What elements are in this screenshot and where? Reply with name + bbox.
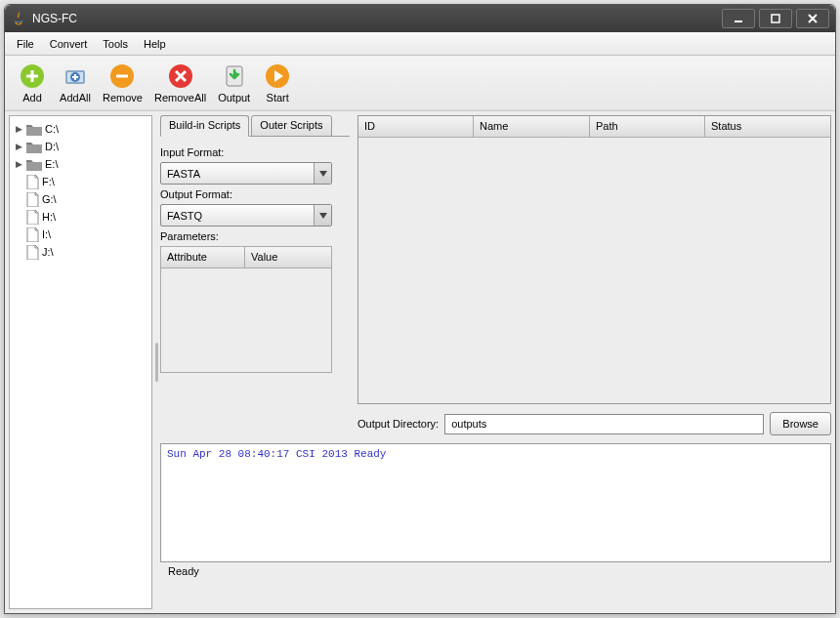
- input-format-label: Input Format:: [160, 146, 350, 158]
- folder-icon: [26, 158, 42, 171]
- parameters-table[interactable]: Attribute Value: [160, 246, 332, 373]
- tree-node-d[interactable]: ▶D:\: [12, 138, 149, 155]
- output-dir-row: Output Directory: Browse: [357, 412, 831, 435]
- tree-node-i[interactable]: I:\: [12, 226, 149, 243]
- input-format-value: FASTA: [167, 168, 200, 180]
- output-button[interactable]: Output: [212, 61, 256, 105]
- col-id[interactable]: ID: [358, 116, 474, 138]
- tree-node-e[interactable]: ▶E:\: [12, 155, 149, 173]
- tree-node-c[interactable]: ▶C:\: [12, 120, 149, 138]
- expander-icon[interactable]: ▶: [14, 124, 23, 134]
- folder-icon: [26, 123, 42, 136]
- menu-help[interactable]: Help: [136, 35, 174, 53]
- browse-button[interactable]: Browse: [770, 412, 831, 435]
- file-table[interactable]: ID Name Path Status: [357, 115, 831, 404]
- toolbar: Add AddAll Remove RemoveAll Output Start: [5, 56, 835, 110]
- input-format-combo[interactable]: FASTA: [160, 162, 332, 185]
- file-icon: [26, 227, 39, 242]
- menu-file[interactable]: File: [9, 35, 42, 53]
- file-icon: [26, 175, 39, 189]
- menu-tools[interactable]: Tools: [95, 35, 136, 53]
- java-icon: [11, 11, 26, 26]
- chevron-down-icon: [314, 205, 331, 226]
- start-icon: [264, 62, 291, 90]
- splitter[interactable]: [152, 111, 160, 613]
- parameters-label: Parameters:: [160, 230, 350, 242]
- output-format-combo[interactable]: FASTQ: [160, 204, 332, 227]
- col-attribute[interactable]: Attribute: [161, 247, 245, 268]
- start-label: Start: [267, 92, 289, 103]
- removeall-icon: [167, 62, 194, 90]
- svg-rect-1: [772, 15, 779, 22]
- right-column: Build-in Scripts Outer Scripts Input For…: [160, 115, 831, 609]
- log-pane[interactable]: Sun Apr 28 08:40:17 CSI 2013 Ready: [160, 443, 831, 562]
- expander-icon[interactable]: ▶: [14, 159, 23, 169]
- expander-icon[interactable]: ▶: [14, 142, 23, 151]
- tab-builtin-scripts[interactable]: Build-in Scripts: [160, 115, 249, 137]
- output-icon: [221, 62, 248, 90]
- add-button[interactable]: Add: [11, 61, 54, 105]
- work-area: ▶C:\ ▶D:\ ▶E:\ F:\ G:\ H:\ I:\ J:\ Build…: [5, 110, 835, 613]
- remove-icon: [108, 62, 136, 90]
- col-value[interactable]: Value: [245, 247, 331, 268]
- output-label: Output: [218, 92, 250, 103]
- output-format-label: Output Format:: [160, 188, 350, 200]
- output-dir-input[interactable]: [444, 414, 764, 434]
- tree-pane[interactable]: ▶C:\ ▶D:\ ▶E:\ F:\ G:\ H:\ I:\ J:\: [9, 115, 152, 609]
- file-icon: [26, 192, 39, 207]
- tabs: Build-in Scripts Outer Scripts: [160, 115, 350, 137]
- status-bar: Ready: [160, 562, 831, 582]
- menu-convert[interactable]: Convert: [42, 35, 96, 53]
- col-name[interactable]: Name: [474, 116, 590, 138]
- add-icon: [19, 62, 46, 90]
- tab-outer-scripts[interactable]: Outer Scripts: [251, 115, 331, 137]
- tree-node-g[interactable]: G:\: [12, 190, 149, 208]
- window-title: NGS-FC: [32, 12, 720, 25]
- addall-button[interactable]: AddAll: [54, 61, 97, 105]
- remove-label: Remove: [103, 92, 143, 103]
- title-bar: NGS-FC: [5, 5, 835, 32]
- file-icon: [26, 245, 39, 260]
- file-icon: [26, 210, 39, 225]
- col-path[interactable]: Path: [590, 116, 705, 138]
- minimize-button[interactable]: [722, 9, 755, 28]
- output-dir-label: Output Directory:: [357, 418, 439, 430]
- menu-bar: File Convert Tools Help: [5, 32, 835, 56]
- col-status[interactable]: Status: [705, 116, 830, 138]
- remove-button[interactable]: Remove: [97, 61, 148, 105]
- app-window: NGS-FC File Convert Tools Help Add AddAl…: [4, 4, 836, 614]
- output-format-value: FASTQ: [167, 210, 202, 222]
- chevron-down-icon: [314, 163, 331, 184]
- add-label: Add: [22, 92, 42, 103]
- tree-node-f[interactable]: F:\: [12, 173, 149, 190]
- addall-icon: [62, 62, 89, 90]
- svg-marker-21: [319, 171, 327, 177]
- scripts-panel: Build-in Scripts Outer Scripts Input For…: [160, 115, 350, 404]
- start-button[interactable]: Start: [256, 61, 299, 105]
- svg-marker-22: [319, 213, 327, 219]
- tree-node-j[interactable]: J:\: [12, 243, 149, 261]
- tree-node-h[interactable]: H:\: [12, 208, 149, 226]
- close-button[interactable]: [796, 9, 829, 28]
- removeall-label: RemoveAll: [154, 92, 206, 103]
- folder-icon: [26, 141, 42, 153]
- removeall-button[interactable]: RemoveAll: [148, 61, 212, 105]
- addall-label: AddAll: [60, 92, 91, 103]
- maximize-button[interactable]: [759, 9, 792, 28]
